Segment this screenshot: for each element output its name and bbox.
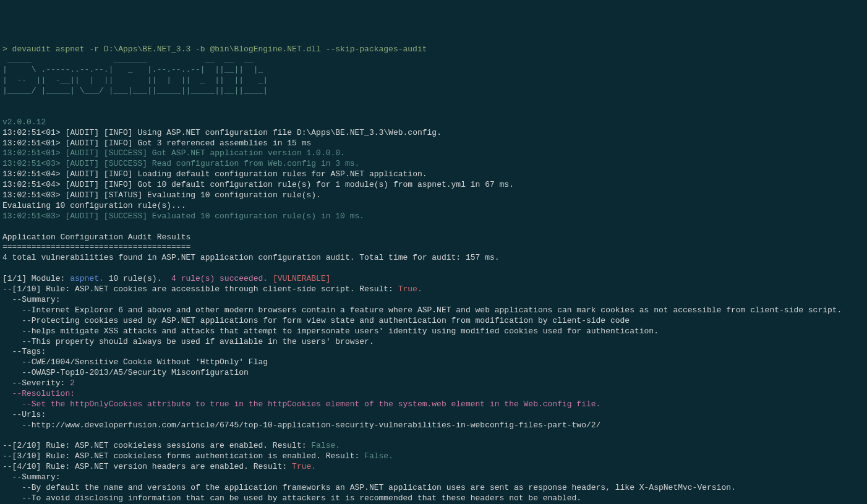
rule-2-header: --[2/10] Rule: ASP.NET cookieless sessio… bbox=[2, 441, 865, 451]
evaluating-line: Evaluating 10 configuration rule(s)... bbox=[2, 201, 865, 211]
prompt-char: > bbox=[2, 45, 12, 54]
rule-1-urls-label: --Urls: bbox=[2, 410, 865, 421]
rule-1-summary-label: --Summary: bbox=[2, 295, 865, 305]
success-evaluated: 13:02:51<03> [AUDIT] [SUCCESS] Evaluated… bbox=[2, 211, 865, 222]
rule-4-summary-1: --To avoid disclosing information that c… bbox=[2, 493, 865, 504]
log-line-4: 13:02:51<04> [AUDIT] [INFO] Loading defa… bbox=[2, 169, 865, 180]
banner-line-1: | \ .-----..--.--.| _ |.--.--..--| ||__|… bbox=[2, 65, 865, 75]
log-line-6: 13:02:51<03> [AUDIT] [STATUS] Evaluating… bbox=[2, 190, 865, 201]
rule-4-summary-0: --By default the name and versions of th… bbox=[2, 483, 865, 493]
banner-line-3: |_____/ |_____| \___/ |___|___||_____||_… bbox=[2, 86, 865, 96]
results-header: Application Configuration Audit Results bbox=[2, 233, 865, 243]
rule-1-resolution-label: --Resolution: bbox=[2, 389, 865, 399]
command: devaudit aspnet -r D:\Apps\BE.NET_3.3 -b… bbox=[12, 45, 427, 54]
rule-1-summary-3: --This property should always be used if… bbox=[2, 337, 865, 348]
log-line-1: 13:02:51<01> [AUDIT] [INFO] Got 3 refere… bbox=[2, 139, 865, 149]
rule-1-tags-0: --CWE/1004/Sensitive Cookie Without 'Htt… bbox=[2, 357, 865, 368]
rule-1-header: --[1/10] Rule: ASP.NET cookies are acces… bbox=[2, 284, 865, 295]
rule-3-header: --[3/10] Rule: ASP.NET cookieless forms … bbox=[2, 451, 865, 462]
banner-line-2: | -- || -__|| | || || | || _ || || _| bbox=[2, 75, 865, 86]
rule-1-summary-0: --Internet Explorer 6 and above and othe… bbox=[2, 305, 865, 316]
log-line-0: 13:02:51<01> [AUDIT] [INFO] Using ASP.NE… bbox=[2, 128, 865, 139]
module-line: [1/1] Module: aspnet. 10 rule(s). 4 rule… bbox=[2, 274, 865, 284]
banner-line-4 bbox=[2, 96, 865, 107]
rule-1-tags-1: --OWASP-Top10-2013/A5/Security Misconfig… bbox=[2, 368, 865, 378]
results-summary: 4 total vulnerabilities found in ASP.NET… bbox=[2, 253, 865, 263]
rule-1-severity: --Severity: 2 bbox=[2, 378, 865, 389]
rule-1-tags-label: --Tags: bbox=[2, 347, 865, 357]
log-line-3: 13:02:51<03> [AUDIT] [SUCCESS] Read conf… bbox=[2, 159, 865, 169]
results-sep: ======================================= bbox=[2, 242, 865, 253]
rule-1-summary-2: --helps mitigate XSS attacks and attacks… bbox=[2, 327, 865, 337]
log-line-5: 13:02:51<04> [AUDIT] [INFO] Got 10 defau… bbox=[2, 180, 865, 190]
rule-4-summary-label: --Summary: bbox=[2, 472, 865, 483]
rule-1-summary-1: --Protecting cookies used by ASP.NET app… bbox=[2, 316, 865, 327]
version: v2.0.0.12 bbox=[2, 117, 865, 128]
rule-1-resolution-text: --Set the httpOnlyCookies attribute to t… bbox=[2, 399, 865, 410]
rule-1-urls-0: --http://www.developerfusion.com/article… bbox=[2, 421, 865, 431]
terminal-output: > devaudit aspnet -r D:\Apps\BE.NET_3.3 … bbox=[2, 45, 865, 504]
rule-4-header: --[4/10] Rule: ASP.NET version headers a… bbox=[2, 462, 865, 472]
banner-line-0: _____ _______ __ __ __ bbox=[2, 54, 865, 65]
log-line-2: 13:02:51<01> [AUDIT] [SUCCESS] Got ASP.N… bbox=[2, 148, 865, 159]
